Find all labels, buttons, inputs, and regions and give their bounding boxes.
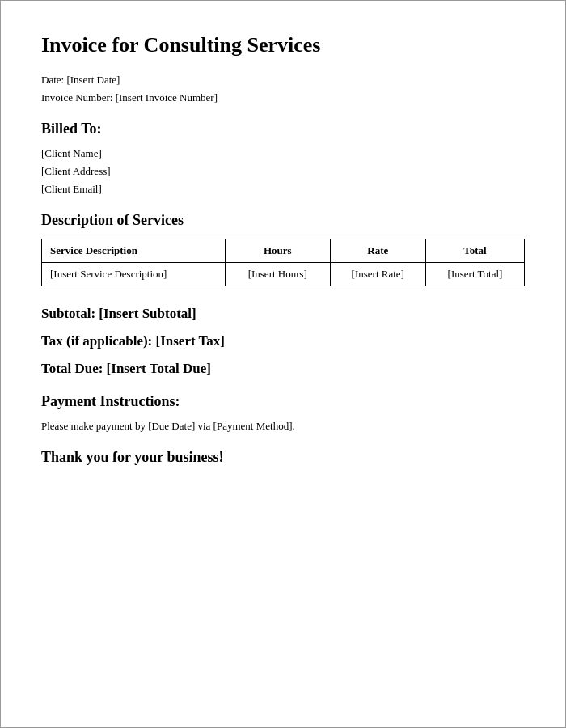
description-heading: Description of Services [41, 212, 525, 229]
invoice-date: Date: [Insert Date] [41, 74, 525, 87]
thank-you-message: Thank you for your business! [41, 449, 525, 466]
col-header-total: Total [426, 239, 525, 263]
table-row: [Insert Service Description] [Insert Hou… [42, 263, 525, 286]
table-header-row: Service Description Hours Rate Total [42, 239, 525, 263]
cell-rate: [Insert Rate] [330, 263, 426, 286]
invoice-title: Invoice for Consulting Services [41, 33, 525, 57]
col-header-hours: Hours [226, 239, 330, 263]
payment-heading: Payment Instructions: [41, 393, 525, 410]
cell-hours: [Insert Hours] [226, 263, 330, 286]
total-due-line: Total Due: [Insert Total Due] [41, 361, 525, 377]
client-address: [Client Address] [41, 165, 525, 178]
cell-service: [Insert Service Description] [42, 263, 226, 286]
col-header-rate: Rate [330, 239, 426, 263]
billed-to-heading: Billed To: [41, 121, 525, 138]
invoice-page: Invoice for Consulting Services Date: [I… [0, 0, 566, 728]
cell-total: [Insert Total] [426, 263, 525, 286]
services-table: Service Description Hours Rate Total [In… [41, 239, 525, 286]
tax-line: Tax (if applicable): [Insert Tax] [41, 333, 525, 349]
client-email: [Client Email] [41, 183, 525, 196]
payment-instructions: Please make payment by [Due Date] via [P… [41, 420, 525, 433]
col-header-service: Service Description [42, 239, 226, 263]
subtotal-line: Subtotal: [Insert Subtotal] [41, 306, 525, 322]
client-name: [Client Name] [41, 147, 525, 160]
invoice-number: Invoice Number: [Insert Invoice Number] [41, 91, 525, 104]
